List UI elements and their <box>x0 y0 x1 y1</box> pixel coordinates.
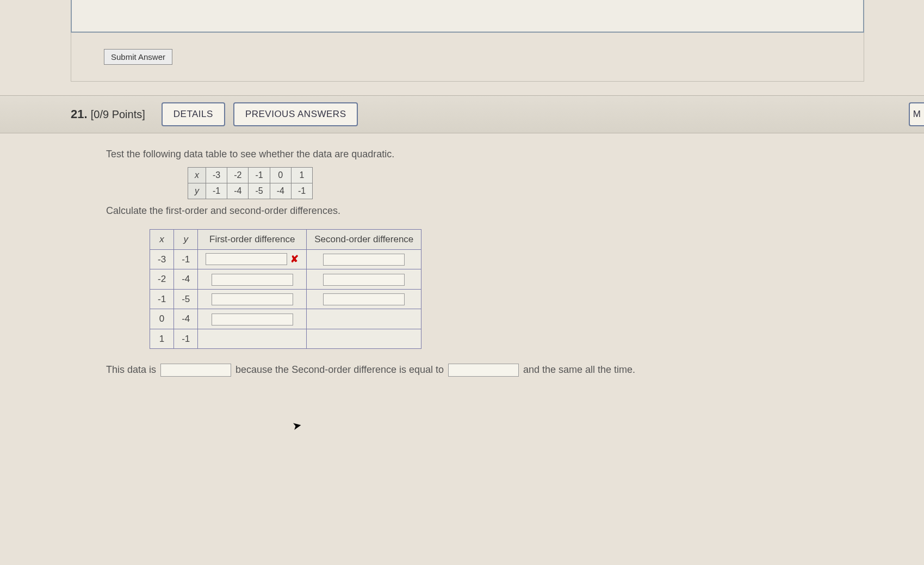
right-button-partial[interactable]: M <box>909 102 924 126</box>
conclusion-input-2[interactable] <box>448 364 519 377</box>
instruction-text-1: Test the following data table to see whe… <box>106 147 864 162</box>
second-order-cell <box>307 289 421 309</box>
second-order-input[interactable] <box>323 254 405 266</box>
first-order-input[interactable] <box>206 253 287 265</box>
second-order-cell <box>307 269 421 290</box>
second-order-input[interactable] <box>323 274 405 286</box>
data-table-cell: -4 <box>227 183 249 199</box>
data-table-cell: 0 <box>270 168 291 183</box>
first-order-cell: ✘ <box>198 249 307 269</box>
question-number: 21. [0/9 Points] <box>71 107 145 121</box>
answer-row: 0-4 <box>150 309 421 329</box>
previous-question-panel <box>71 0 864 33</box>
first-order-input[interactable] <box>212 293 293 305</box>
answer-header-y: y <box>174 230 198 250</box>
second-order-cell <box>307 309 421 329</box>
conclusion-sentence: This data is because the Second-order di… <box>106 363 864 377</box>
answer-y-cell: -4 <box>174 269 198 290</box>
first-order-cell <box>198 289 307 309</box>
answer-row: -1-5 <box>150 289 421 309</box>
data-table-cell: -1 <box>249 168 270 183</box>
first-order-cell <box>198 329 307 349</box>
answer-row: -3-1✘ <box>150 249 421 269</box>
first-order-cell <box>198 309 307 329</box>
data-table-cell: -2 <box>227 168 249 183</box>
data-table-cell: -1 <box>206 183 227 199</box>
first-order-input[interactable] <box>212 314 293 326</box>
answer-x-cell: -1 <box>150 289 174 309</box>
details-button[interactable]: DETAILS <box>162 102 225 126</box>
answer-y-cell: -1 <box>174 249 198 269</box>
answer-x-cell: 1 <box>150 329 174 349</box>
data-table-x-label: x <box>188 168 206 183</box>
second-order-input[interactable] <box>323 293 405 305</box>
data-table: x -3 -2 -1 0 1 y -1 -4 -5 -4 -1 <box>188 167 313 199</box>
first-order-input[interactable] <box>212 274 293 286</box>
answer-x-cell: -3 <box>150 249 174 269</box>
answer-x-cell: -2 <box>150 269 174 290</box>
data-table-cell: -5 <box>249 183 270 199</box>
answer-header-first: First-order difference <box>198 230 307 250</box>
answer-y-cell: -5 <box>174 289 198 309</box>
previous-answers-button[interactable]: PREVIOUS ANSWERS <box>233 102 358 126</box>
answer-header-second: Second-order difference <box>307 230 421 250</box>
submit-area: Submit Answer <box>71 33 864 82</box>
answer-table: x y First-order difference Second-order … <box>150 229 421 349</box>
sentence-part-2: because the Second-order difference is e… <box>235 363 444 377</box>
submit-answer-button[interactable]: Submit Answer <box>104 49 172 65</box>
sentence-part-3: and the same all the time. <box>523 363 635 377</box>
wrong-icon: ✘ <box>290 252 299 267</box>
sentence-part-1: This data is <box>106 363 156 377</box>
question-header: 21. [0/9 Points] DETAILS PREVIOUS ANSWER… <box>0 95 924 133</box>
answer-y-cell: -1 <box>174 329 198 349</box>
cursor-icon: ➤ <box>292 419 303 433</box>
answer-y-cell: -4 <box>174 309 198 329</box>
answer-header-x: x <box>150 230 174 250</box>
answer-row: -2-4 <box>150 269 421 290</box>
answer-row: 1-1 <box>150 329 421 349</box>
second-order-cell <box>307 249 421 269</box>
data-table-cell: -1 <box>291 183 312 199</box>
data-table-y-label: y <box>188 183 206 199</box>
conclusion-input-1[interactable] <box>160 364 231 377</box>
data-table-cell: -4 <box>270 183 291 199</box>
second-order-cell <box>307 329 421 349</box>
first-order-cell <box>198 269 307 290</box>
question-body: Test the following data table to see whe… <box>0 133 924 410</box>
data-table-cell: -3 <box>206 168 227 183</box>
answer-x-cell: 0 <box>150 309 174 329</box>
data-table-cell: 1 <box>291 168 312 183</box>
instruction-text-2: Calculate the first-order and second-ord… <box>106 204 864 218</box>
